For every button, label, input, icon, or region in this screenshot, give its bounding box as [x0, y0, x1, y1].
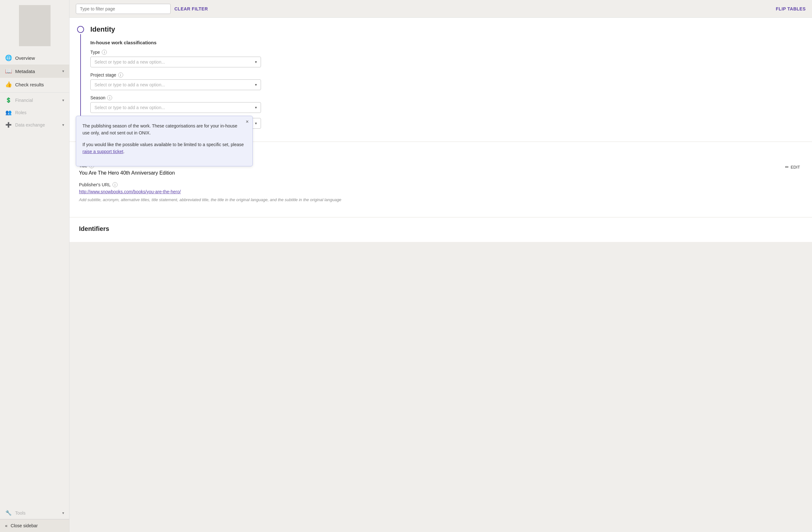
sidebar-divider: [0, 92, 69, 93]
sidebar-item-label: Financial: [15, 98, 59, 103]
book-cover-thumbnail: [19, 5, 50, 46]
publisher-url-info-icon[interactable]: i: [113, 182, 117, 187]
pencil-icon: ✏: [785, 165, 789, 169]
project-stage-info-icon[interactable]: i: [118, 72, 123, 78]
data-exchange-icon: ➕: [5, 122, 12, 128]
sidebar-item-label: Roles: [15, 110, 64, 115]
identity-title: Identity: [90, 25, 802, 33]
support-ticket-link[interactable]: raise a support ticket: [83, 149, 123, 154]
season-select[interactable]: Select or type to add a new option... ▾: [90, 102, 261, 113]
publisher-url-group: Publisher's URL i http://www.snowbooks.c…: [79, 182, 802, 203]
close-sidebar-label: Close sidebar: [11, 523, 38, 528]
season-placeholder: Select or type to add a new option...: [95, 105, 255, 110]
season-field-group: Season i Select or type to add a new opt…: [90, 95, 802, 113]
season-tooltip-popup: × The publishing season of the work. The…: [76, 116, 253, 166]
topbar: CLEAR FILTER FLIP TABLES: [70, 0, 812, 18]
chevron-left-icon: «: [5, 523, 8, 528]
project-stage-select[interactable]: Select or type to add a new option... ▾: [90, 79, 261, 90]
sidebar-item-label: Check results: [15, 82, 64, 87]
identifiers-title: Identifiers: [79, 225, 802, 233]
chevron-down-icon: ▾: [62, 69, 64, 73]
overview-icon: 🌐: [5, 54, 12, 61]
inhouse-subtitle: In-house work classifications: [90, 40, 802, 45]
main-content: CLEAR FILTER FLIP TABLES Identity In-hou…: [70, 0, 812, 532]
project-stage-field-group: Project stage i Select or type to add a …: [90, 72, 802, 90]
section-circle: [77, 26, 84, 33]
type-chevron-icon: ▾: [255, 60, 257, 64]
close-sidebar-button[interactable]: « Close sidebar: [0, 519, 69, 532]
tooltip-close-button[interactable]: ×: [246, 119, 249, 124]
type-field-group: Type i Select or type to add a new optio…: [90, 50, 802, 67]
extra-chevron-icon: ▾: [255, 121, 257, 126]
project-stage-label: Project stage i: [90, 72, 802, 78]
sidebar-item-label: Data exchange: [15, 122, 59, 127]
tooltip-text-2: If you would like the possible values av…: [83, 141, 245, 155]
sidebar-item-roles[interactable]: 👥 Roles: [0, 106, 69, 118]
title-value: You Are The Hero 40th Anniversary Editio…: [79, 170, 783, 176]
type-info-icon[interactable]: i: [102, 50, 107, 55]
sidebar-item-financial[interactable]: 💲 Financial ▾: [0, 94, 69, 106]
season-chevron-icon: ▾: [255, 105, 257, 110]
filter-input[interactable]: [76, 4, 171, 14]
flip-tables-button[interactable]: FLIP TABLES: [776, 6, 806, 11]
sidebar-item-label: Tools: [15, 510, 59, 516]
project-stage-placeholder: Select or type to add a new option...: [95, 82, 255, 87]
subtitle-hint: Add subtitle, acronym, alternative title…: [79, 197, 802, 203]
roles-icon: 👥: [5, 109, 12, 115]
sidebar-item-label: Metadata: [15, 69, 59, 74]
identifiers-section: Identifiers: [70, 218, 812, 242]
page-content: Identity In-house work classifications T…: [70, 18, 812, 532]
identity-section: Identity In-house work classifications T…: [70, 18, 812, 141]
season-label: Season i: [90, 95, 802, 100]
publisher-url-link[interactable]: http://www.snowbooks.com/books/you-are-t…: [79, 189, 802, 194]
project-stage-chevron-icon: ▾: [255, 83, 257, 87]
sidebar-nav: 🌐 Overview 📖 Metadata ▾ 👍 Check results …: [0, 51, 69, 519]
check-results-icon: 👍: [5, 81, 12, 88]
sidebar-item-metadata[interactable]: 📖 Metadata ▾: [0, 65, 69, 78]
sidebar: 🌐 Overview 📖 Metadata ▾ 👍 Check results …: [0, 0, 70, 532]
sidebar-item-data-exchange[interactable]: ➕ Data exchange ▾: [0, 118, 69, 131]
clear-filter-button[interactable]: CLEAR FILTER: [174, 6, 208, 11]
type-label: Type i: [90, 50, 802, 55]
chevron-down-icon: ▾: [62, 98, 64, 102]
type-select[interactable]: Select or type to add a new option... ▾: [90, 57, 261, 67]
sidebar-item-label: Overview: [15, 55, 64, 61]
metadata-icon: 📖: [5, 68, 12, 75]
tooltip-text-1: The publishing season of the work. These…: [83, 122, 245, 137]
tools-icon: 🔧: [5, 510, 12, 516]
edit-title-button[interactable]: ✏ EDIT: [783, 163, 802, 171]
type-select-placeholder: Select or type to add a new option...: [95, 59, 255, 65]
publisher-url-label: Publisher's URL i: [79, 182, 802, 187]
chevron-down-icon: ▾: [62, 511, 64, 515]
chevron-down-icon: ▾: [62, 123, 64, 127]
sidebar-item-tools[interactable]: 🔧 Tools ▾: [0, 507, 69, 519]
sidebar-bottom: « Close sidebar: [0, 519, 69, 532]
sidebar-item-check-results[interactable]: 👍 Check results: [0, 78, 69, 91]
sidebar-item-overview[interactable]: 🌐 Overview: [0, 51, 69, 65]
season-info-icon[interactable]: i: [107, 95, 112, 100]
financial-icon: 💲: [5, 97, 12, 103]
